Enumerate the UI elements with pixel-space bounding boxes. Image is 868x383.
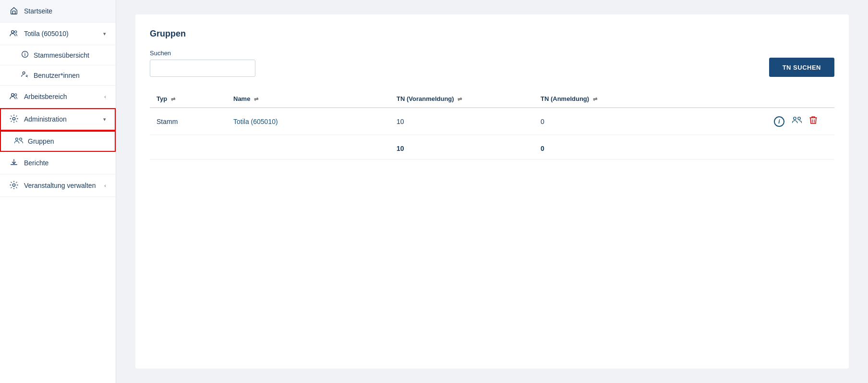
sidebar-item-stammesübersicht[interactable]: Stammesübersicht — [0, 45, 116, 65]
sidebar-item-benutzerinnen[interactable]: Benutzer*innen — [0, 65, 116, 86]
cell-typ: Stamm — [150, 108, 227, 135]
sidebar-item-benutzerinnen-label: Benutzer*innen — [34, 72, 80, 79]
sidebar-item-startseite[interactable]: Startseite — [0, 0, 116, 23]
users-button[interactable] — [791, 115, 803, 128]
col-tn-voranmeldung-label: TN (Voranmeldung) — [397, 95, 454, 102]
svg-point-9 — [12, 117, 15, 120]
sidebar-item-veranstaltung[interactable]: Veranstaltung verwalten ‹ — [0, 174, 116, 197]
info-button[interactable]: i — [773, 115, 785, 128]
sort-icon-name: ⇌ — [254, 96, 258, 102]
arbeitsbereich-icon — [10, 92, 19, 101]
sidebar-item-berichte[interactable]: Berichte — [0, 152, 116, 174]
row-actions: i — [773, 115, 828, 128]
col-tn-voranmeldung[interactable]: TN (Voranmeldung) ⇌ — [390, 90, 534, 108]
svg-point-8 — [14, 94, 16, 96]
user-edit-icon — [21, 71, 29, 80]
footer-tn-anmeldung: 0 — [534, 135, 834, 160]
tn-search-button[interactable]: TN SUCHEN — [769, 58, 834, 77]
gear-icon — [10, 114, 19, 124]
col-name[interactable]: Name ⇌ — [227, 90, 390, 108]
svg-point-5 — [24, 52, 25, 53]
cell-name-value: Totila (605010) — [233, 118, 278, 125]
sidebar-item-totila[interactable]: Totila (605010) ▾ — [0, 23, 116, 45]
download-icon — [10, 158, 19, 168]
users-icon — [10, 29, 19, 38]
cell-tn-anmeldung-value: 0 — [541, 118, 544, 125]
sidebar-item-administration[interactable]: Administration ▾ — [0, 108, 116, 131]
sidebar: Startseite Totila (605010) ▾ Stammesüber… — [0, 0, 116, 383]
sidebar-item-arbeitsbereich-label: Arbeitsbereich — [24, 93, 67, 100]
chevron-down-icon: ▾ — [103, 31, 106, 37]
sort-icon-typ: ⇌ — [171, 96, 175, 102]
trash-icon — [809, 116, 817, 127]
svg-point-12 — [12, 184, 15, 186]
sidebar-item-berichte-label: Berichte — [24, 159, 48, 167]
content-card: Gruppen Suchen TN SUCHEN Typ ⇌ Name ⇌ — [135, 14, 849, 369]
svg-point-6 — [23, 72, 25, 74]
gear2-icon — [10, 181, 19, 190]
svg-point-14 — [798, 117, 800, 120]
search-label: Suchen — [150, 49, 255, 57]
info-icon: i — [774, 116, 784, 127]
chevron-down-icon-admin: ▾ — [103, 116, 106, 123]
col-typ[interactable]: Typ ⇌ — [150, 90, 227, 108]
svg-point-2 — [14, 31, 16, 33]
info-circle-icon — [21, 50, 29, 60]
main-content: Gruppen Suchen TN SUCHEN Typ ⇌ Name ⇌ — [116, 0, 868, 383]
cell-tn-anmeldung: 0 i — [534, 108, 834, 135]
sidebar-item-startseite-label: Startseite — [24, 7, 52, 15]
sidebar-item-arbeitsbereich[interactable]: Arbeitsbereich ‹ — [0, 86, 116, 108]
groups-table: Typ ⇌ Name ⇌ TN (Voranmeldung) ⇌ TN (Anm… — [150, 90, 834, 160]
sidebar-item-gruppen[interactable]: Gruppen — [0, 131, 116, 152]
cell-name: Totila (605010) — [227, 108, 390, 135]
svg-point-1 — [12, 31, 14, 33]
col-tn-anmeldung-label: TN (Anmeldung) — [541, 95, 589, 102]
footer-spacer — [150, 135, 390, 160]
table-footer-row: 10 0 — [150, 135, 834, 160]
delete-button[interactable] — [808, 115, 818, 128]
cell-tn-voranmeldung: 10 — [390, 108, 534, 135]
page-title: Gruppen — [150, 29, 834, 39]
svg-point-11 — [20, 138, 22, 140]
chevron-left-icon: ‹ — [104, 94, 106, 99]
svg-point-13 — [794, 117, 796, 120]
sidebar-item-veranstaltung-label: Veranstaltung verwalten — [24, 182, 96, 189]
svg-point-10 — [15, 138, 18, 140]
search-row: Suchen TN SUCHEN — [150, 49, 834, 77]
svg-rect-0 — [12, 11, 15, 14]
sort-icon-tn-an: ⇌ — [593, 96, 597, 102]
svg-point-7 — [12, 94, 14, 96]
home-icon — [10, 6, 19, 16]
col-tn-anmeldung[interactable]: TN (Anmeldung) ⇌ — [534, 90, 834, 108]
users-action-icon — [792, 116, 802, 127]
chevron-left-icon-veranstaltung: ‹ — [104, 183, 106, 188]
table-row: Stamm Totila (605010) 10 0 i — [150, 108, 834, 135]
search-section: Suchen — [150, 49, 255, 77]
sort-icon-tn-vor: ⇌ — [458, 96, 462, 102]
sidebar-item-stammesübersicht-label: Stammesübersicht — [34, 51, 89, 59]
col-name-label: Name — [233, 95, 250, 102]
sidebar-item-gruppen-label: Gruppen — [28, 137, 54, 145]
search-input[interactable] — [150, 60, 255, 77]
group-icon — [14, 136, 23, 146]
sidebar-item-administration-label: Administration — [24, 115, 67, 123]
sidebar-item-totila-label: Totila (605010) — [24, 30, 69, 37]
col-typ-label: Typ — [157, 95, 167, 102]
footer-tn-voranmeldung: 10 — [390, 135, 534, 160]
